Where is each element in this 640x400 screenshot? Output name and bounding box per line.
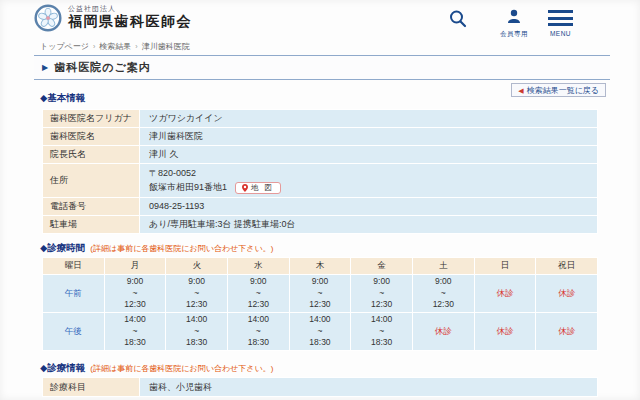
treatment-info-table: 診療科目 歯科、小児歯科 (42, 377, 598, 397)
breadcrumb-separator: › (135, 43, 137, 50)
org-name-block: 公益社団法人 福岡県歯科医師会 (68, 5, 192, 29)
schedule-morning-row: 午前 9:00 ~ 12:30 9:00 ~ 12:30 9:00 ~ 12:3… (43, 275, 598, 313)
schedule-note: (詳細は事前に各歯科医院にお問い合わせ下さい。) (90, 243, 273, 254)
table-row: 歯科医院名 津川歯科医院 (43, 128, 598, 146)
schedule-cell: 9:00 ~ 12:30 (227, 275, 289, 313)
schedule-cell: 14:00 ~ 18:30 (166, 313, 228, 351)
schedule-heading: ◆診療時間 (詳細は事前に各歯科医院にお問い合わせ下さい。) (40, 242, 273, 255)
schedule-cell: 14:00 ~ 18:30 (351, 313, 413, 351)
schedule-col-header: 木 (289, 258, 351, 275)
row-label: 住所 (43, 164, 140, 198)
schedule-cell-closed: 休診 (474, 275, 536, 313)
org-subtitle: 公益社団法人 (68, 5, 192, 13)
schedule-cell: 9:00 ~ 12:30 (412, 275, 474, 313)
hamburger-icon (548, 10, 573, 26)
table-row: 住所 〒820-0052 飯塚市相田91番地1 地 図 (43, 164, 598, 198)
treatment-note: (詳細は事前に各歯科医院にお問い合わせ下さい。) (90, 363, 273, 374)
postal-code: 〒820-0052 (149, 166, 588, 180)
schedule-cell: 14:00 ~ 18:30 (227, 313, 289, 351)
basic-info-heading-text: ◆基本情報 (40, 92, 85, 105)
search-button[interactable] (448, 9, 468, 33)
row-label: 歯科医院名 (43, 128, 140, 146)
schedule-cell-closed: 休診 (412, 313, 474, 351)
schedule-cell: 9:00 ~ 12:30 (289, 275, 351, 313)
basic-info-table: 歯科医院名フリガナ ツガワシカイイン 歯科医院名 津川歯科医院 院長氏名 津川 … (42, 109, 598, 234)
schedule-row-label: 午前 (43, 275, 105, 313)
schedule-cell: 9:00 ~ 12:30 (166, 275, 228, 313)
schedule-cell: 9:00 ~ 12:30 (104, 275, 166, 313)
back-button-label: 検索結果一覧に戻る (527, 85, 599, 96)
schedule-cell-closed: 休診 (474, 313, 536, 351)
breadcrumb-results-link[interactable]: 検索結果 (99, 42, 131, 51)
treatment-info-heading: ◆診療情報 (詳細は事前に各歯科医院にお問い合わせ下さい。) (40, 362, 273, 375)
title-arrow-icon: ▶ (42, 63, 48, 72)
logo-flower-icon (34, 4, 62, 32)
member-login-button[interactable]: 会員専用 (500, 9, 528, 39)
table-row: 院長氏名 津川 久 (43, 146, 598, 164)
row-label: 電話番号 (43, 197, 140, 215)
schedule-cell: 9:00 ~ 12:30 (351, 275, 413, 313)
row-value: 津川 久 (140, 146, 598, 164)
map-button[interactable]: 地 図 (235, 182, 281, 194)
menu-button[interactable]: MENU (548, 10, 573, 37)
schedule-table: 曜日 月 火 水 木 金 土 日 祝日 午前 9:00 ~ 12:30 9:00… (42, 257, 598, 351)
page: { "brand": { "subtitle": "公益社団法人", "titl… (0, 0, 640, 400)
schedule-cell-closed: 休診 (536, 275, 598, 313)
address-text: 飯塚市相田91番地1 (149, 180, 227, 194)
treatment-heading-text: ◆診療情報 (40, 362, 85, 375)
schedule-col-header: 月 (104, 258, 166, 275)
schedule-col-header: 祝日 (536, 258, 598, 275)
breadcrumb-home-link[interactable]: トップページ (40, 42, 89, 51)
search-icon (448, 9, 468, 29)
schedule-afternoon-row: 午後 14:00 ~ 18:30 14:00 ~ 18:30 14:00 ~ 1… (43, 313, 598, 351)
table-row: 駐車場 あり/専用駐車場:3台 提携駐車場:0台 (43, 215, 598, 233)
row-value: あり/専用駐車場:3台 提携駐車場:0台 (140, 215, 598, 233)
site-logo[interactable] (34, 4, 62, 32)
breadcrumb: トップページ›検索結果›津川歯科医院 (40, 41, 190, 52)
basic-info-heading: ◆基本情報 (40, 92, 85, 105)
schedule-col-header: 金 (351, 258, 413, 275)
row-label: 駐車場 (43, 215, 140, 233)
schedule-cell: 14:00 ~ 18:30 (104, 313, 166, 351)
back-arrow-icon: ◀ (518, 87, 523, 94)
schedule-col-header: 火 (166, 258, 228, 275)
page-title: 歯科医院のご案内 (54, 60, 151, 75)
back-to-results-button[interactable]: ◀ 検索結果一覧に戻る (511, 83, 606, 97)
page-title-bar: ▶ 歯科医院のご案内 (34, 55, 610, 80)
row-value: ツガワシカイイン (140, 110, 598, 128)
map-button-label: 地 図 (251, 182, 274, 194)
schedule-heading-text: ◆診療時間 (40, 242, 85, 255)
menu-label: MENU (548, 30, 573, 37)
person-icon (507, 9, 521, 24)
schedule-col-header: 日 (474, 258, 536, 275)
table-row: 電話番号 0948-25-1193 (43, 197, 598, 215)
breadcrumb-current: 津川歯科医院 (142, 42, 190, 51)
row-value: 〒820-0052 飯塚市相田91番地1 地 図 (140, 164, 598, 198)
map-pin-icon (242, 184, 248, 192)
row-value: 歯科、小児歯科 (140, 378, 598, 397)
org-title: 福岡県歯科医師会 (68, 13, 192, 29)
row-label: 歯科医院名フリガナ (43, 110, 140, 128)
schedule-col-header: 水 (227, 258, 289, 275)
row-value: 津川歯科医院 (140, 128, 598, 146)
member-label: 会員専用 (500, 30, 528, 39)
row-label: 診療科目 (43, 378, 140, 397)
schedule-col-header: 土 (412, 258, 474, 275)
schedule-row-label: 午後 (43, 313, 105, 351)
breadcrumb-separator: › (93, 43, 95, 50)
schedule-cell-closed: 休診 (536, 313, 598, 351)
table-row: 診療科目 歯科、小児歯科 (43, 378, 598, 397)
schedule-header-row: 曜日 月 火 水 木 金 土 日 祝日 (43, 258, 598, 275)
row-label: 院長氏名 (43, 146, 140, 164)
schedule-cell: 14:00 ~ 18:30 (289, 313, 351, 351)
row-value phone-number: 0948-25-1193 (140, 197, 598, 215)
schedule-col-header: 曜日 (43, 258, 105, 275)
table-row: 歯科医院名フリガナ ツガワシカイイン (43, 110, 598, 128)
